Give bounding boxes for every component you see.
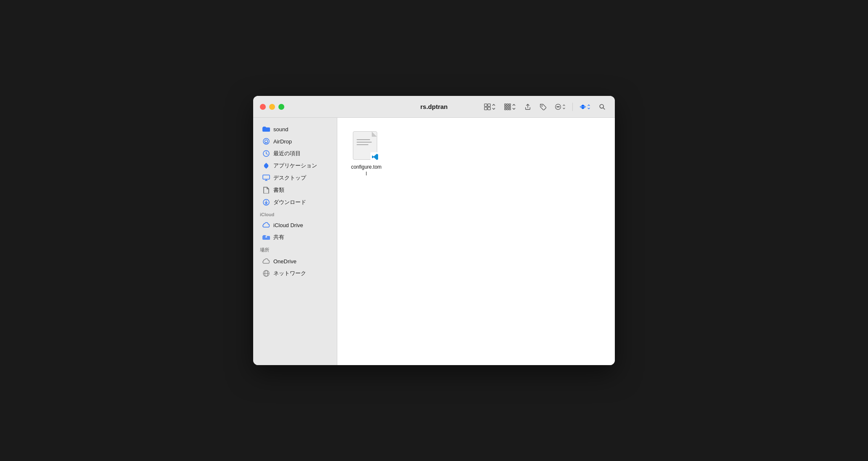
- breadcrumb: rs.dptran: [420, 103, 447, 110]
- sidebar-item-recents[interactable]: 最近の項目: [256, 148, 334, 159]
- window-title: rs.dptran: [420, 103, 447, 110]
- airdrop-icon: [262, 138, 270, 145]
- forward-button[interactable]: [299, 101, 304, 112]
- sidebar-item-downloads-label: ダウンロード: [273, 199, 306, 206]
- tag-button[interactable]: [537, 102, 549, 112]
- svg-point-20: [263, 138, 269, 144]
- file-icon-line-3: [357, 144, 368, 145]
- svg-point-16: [558, 106, 558, 107]
- file-icon-line-2: [357, 142, 372, 143]
- svg-point-15: [557, 106, 558, 107]
- icloud-icon: [262, 221, 270, 229]
- sidebar-item-onedrive[interactable]: OneDrive: [256, 255, 334, 267]
- svg-rect-9: [509, 106, 511, 108]
- svg-rect-10: [505, 108, 506, 110]
- svg-rect-11: [507, 108, 508, 110]
- svg-point-28: [266, 236, 267, 238]
- sidebar-item-network[interactable]: ネットワーク: [256, 268, 334, 279]
- svg-rect-6: [509, 103, 511, 105]
- sidebar-item-documents-label: 書類: [273, 186, 284, 194]
- maximize-button[interactable]: [278, 104, 284, 110]
- clock-icon: [262, 150, 270, 157]
- sidebar-item-documents[interactable]: 書類: [256, 184, 334, 196]
- toolbar-right: [482, 102, 608, 112]
- sidebar-item-desktop[interactable]: デスクトップ: [256, 172, 334, 184]
- titlebar: rs.dptran: [253, 96, 615, 118]
- traffic-lights: [260, 104, 284, 110]
- sidebar-item-applications[interactable]: アプリケーション: [256, 160, 334, 172]
- svg-point-18: [600, 104, 603, 108]
- svg-rect-8: [507, 106, 508, 108]
- minimize-button[interactable]: [269, 104, 275, 110]
- sidebar-item-icloud-drive[interactable]: iCloud Drive: [256, 219, 334, 231]
- back-button[interactable]: [293, 101, 298, 112]
- sidebar-item-network-label: ネットワーク: [273, 270, 306, 277]
- sidebar-item-airdrop[interactable]: AirDrop: [256, 135, 334, 147]
- more-button[interactable]: [552, 102, 568, 112]
- sidebar-item-sound-label: sound: [273, 126, 288, 132]
- icon-view-button[interactable]: [482, 102, 498, 112]
- close-button[interactable]: [260, 104, 266, 110]
- svg-rect-0: [484, 103, 487, 106]
- sidebar-item-airdrop-label: AirDrop: [273, 138, 292, 145]
- sidebar-item-downloads[interactable]: ダウンロード: [256, 196, 334, 208]
- sidebar-item-desktop-label: デスクトップ: [273, 174, 306, 182]
- group-view-button[interactable]: [502, 102, 519, 112]
- toolbar-separator: [572, 103, 573, 111]
- launchpad-icon: [262, 162, 270, 170]
- share-button[interactable]: [522, 102, 534, 112]
- svg-rect-23: [263, 175, 270, 179]
- file-icon-line-1: [357, 139, 370, 140]
- svg-rect-4: [505, 103, 506, 105]
- desktop-icon: [262, 174, 270, 182]
- svg-rect-5: [507, 103, 508, 105]
- shared-folder-icon: [262, 233, 270, 241]
- main-content: sound AirDrop: [253, 118, 615, 365]
- svg-rect-7: [505, 106, 506, 108]
- vscode-badge: [370, 152, 380, 162]
- svg-rect-2: [484, 107, 487, 109]
- svg-point-17: [559, 106, 560, 107]
- dropbox-button[interactable]: [577, 102, 593, 112]
- nav-buttons: [293, 101, 304, 112]
- sidebar-item-applications-label: アプリケーション: [273, 162, 317, 170]
- sidebar-item-shared-label: 共有: [273, 233, 284, 241]
- svg-rect-1: [488, 103, 490, 106]
- svg-point-21: [265, 140, 268, 143]
- svg-point-13: [542, 105, 542, 106]
- finder-window: rs.dptran: [253, 96, 615, 365]
- sidebar-item-recents-label: 最近の項目: [273, 150, 301, 157]
- svg-rect-3: [488, 107, 490, 109]
- doc-icon: [262, 186, 270, 194]
- svg-rect-12: [509, 108, 511, 110]
- sidebar-item-shared[interactable]: 共有: [256, 231, 334, 243]
- cloud-icon: [262, 257, 270, 265]
- network-icon: [262, 270, 270, 277]
- file-item-configure-toml[interactable]: configure.toml: [347, 128, 385, 180]
- sidebar: sound AirDrop: [253, 118, 337, 365]
- sidebar-item-onedrive-label: OneDrive: [273, 258, 296, 265]
- search-button[interactable]: [596, 102, 608, 112]
- file-area: configure.toml: [337, 118, 615, 365]
- download-icon: [262, 199, 270, 206]
- sidebar-item-sound[interactable]: sound: [256, 123, 334, 135]
- svg-line-19: [603, 108, 605, 109]
- places-section-label: 場所: [253, 244, 337, 255]
- sidebar-item-icloud-drive-label: iCloud Drive: [273, 222, 303, 228]
- folder-icon: [262, 125, 270, 133]
- icloud-section-label: iCloud: [253, 209, 337, 219]
- file-icon: [353, 131, 380, 162]
- file-name: configure.toml: [351, 164, 382, 177]
